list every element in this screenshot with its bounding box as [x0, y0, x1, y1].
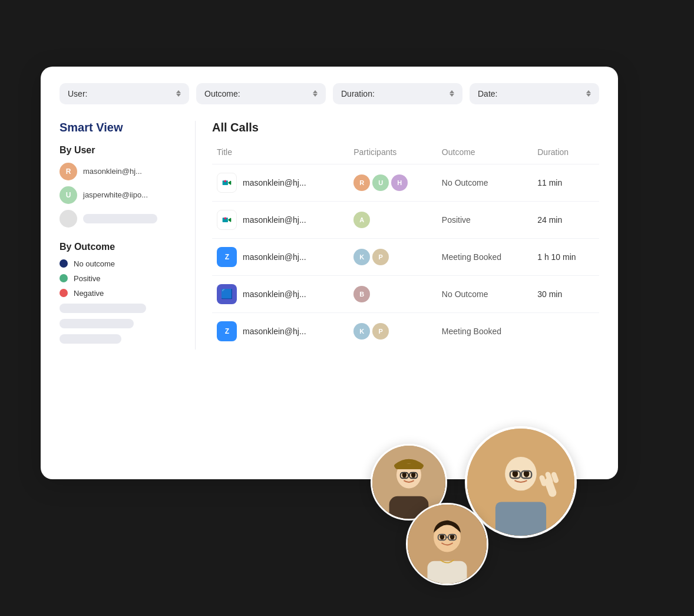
arrow-up-icon [586, 90, 591, 93]
meet-icon [217, 173, 237, 193]
outcome-text: Meeting Booked [442, 252, 501, 262]
date-filter-label: Date: [478, 89, 497, 98]
no-outcome-dot [60, 259, 68, 268]
duration-filter-arrows [450, 90, 454, 97]
list-item [60, 210, 183, 228]
participant-avatar: R [353, 174, 370, 191]
zoom-icon-text: Z [225, 327, 229, 335]
outcome-text: No Outcome [442, 178, 488, 187]
col-title: Title [212, 144, 349, 164]
svg-point-3 [224, 217, 226, 219]
duration-text: 1 h 10 min [537, 252, 576, 262]
user-filter[interactable]: User: [60, 83, 189, 104]
call-title-cell: Z masonklein@hj... [217, 321, 344, 341]
avatar: U [60, 186, 77, 204]
svg-rect-15 [495, 502, 546, 538]
zoom-icon: Z [217, 247, 237, 267]
ghost-item-2 [60, 319, 134, 328]
ghost-text [83, 214, 157, 223]
meet-icon [217, 210, 237, 230]
outcome-filter-arrows [313, 90, 318, 97]
table-row[interactable]: masonklein@hj... A Positive 24 min [212, 201, 599, 238]
avatar-ghost [60, 210, 77, 228]
zoom-icon: Z [217, 321, 237, 341]
calls-table: Title Participants Outcome Duration [212, 144, 599, 350]
by-outcome-section: By Outcome No outcome Positive Negative [60, 242, 183, 344]
zoom-icon-text: Z [225, 253, 229, 261]
person-photo-2 [467, 429, 574, 536]
arrow-up-icon [450, 90, 454, 93]
teams-icon-text: 🟦 [221, 288, 233, 299]
duration-filter[interactable]: Duration: [333, 83, 462, 104]
table-row[interactable]: 🟦 masonklein@hj... B No Outcome 30 min [212, 275, 599, 312]
call-title-text: masonklein@hj... [243, 178, 306, 187]
outcome-filter[interactable]: Outcome: [196, 83, 326, 104]
participants-cell: K P [353, 249, 432, 265]
call-title-cell: masonklein@hj... [217, 210, 344, 230]
svg-rect-27 [428, 561, 467, 585]
participant-avatar: K [353, 249, 370, 265]
participant-avatar: P [372, 323, 389, 340]
ghost-item-3 [60, 334, 121, 344]
sidebar-divider [195, 121, 196, 350]
outcome-item-negative[interactable]: Negative [60, 289, 183, 298]
outcome-text: Meeting Booked [442, 327, 501, 336]
arrow-down-icon [313, 94, 318, 97]
calls-title: All Calls [212, 121, 599, 134]
col-duration: Duration [533, 144, 599, 164]
ghost-item-1 [60, 304, 146, 313]
call-title-text: masonklein@hj... [243, 327, 306, 336]
outcome-item-no-outcome[interactable]: No outcome [60, 259, 183, 268]
call-title-text: masonklein@hj... [243, 252, 306, 262]
teams-icon: 🟦 [217, 284, 237, 304]
user-email: masonklein@hj... [83, 167, 142, 176]
participant-avatar: U [372, 174, 389, 191]
participants-cell: K P [353, 323, 432, 340]
arrow-down-icon [450, 94, 454, 97]
participant-avatar: A [353, 212, 370, 228]
participants-cell: A [353, 212, 432, 228]
calls-section: All Calls Title Participants Outcome Dur… [212, 121, 599, 350]
user-filter-label: User: [68, 89, 87, 98]
list-item[interactable]: R masonklein@hj... [60, 163, 183, 180]
positive-label: Positive [74, 274, 101, 283]
duration-text: 30 min [537, 289, 562, 299]
arrow-up-icon [176, 90, 181, 93]
col-participants: Participants [349, 144, 437, 164]
filters-row: User: Outcome: Duration: Date: [60, 83, 599, 104]
main-card: User: Outcome: Duration: Date: [41, 67, 618, 479]
no-outcome-label: No outcome [74, 259, 115, 268]
person-photo-3 [408, 505, 487, 584]
participant-avatar: P [372, 249, 389, 265]
date-filter-arrows [586, 90, 591, 97]
participant-avatar: H [391, 174, 408, 191]
outcome-filter-label: Outcome: [204, 89, 240, 98]
svg-point-1 [224, 180, 226, 182]
date-filter[interactable]: Date: [470, 83, 599, 104]
call-title-cell: 🟦 masonklein@hj... [217, 284, 344, 304]
participant-avatar: K [353, 323, 370, 340]
avatar: R [60, 163, 77, 180]
arrow-down-icon [176, 94, 181, 97]
col-outcome: Outcome [437, 144, 533, 164]
video-circle-person-3 [406, 503, 488, 585]
participant-avatar: B [353, 286, 370, 302]
smart-view-sidebar: Smart View By User R masonklein@hj... U … [60, 121, 195, 350]
outcome-item-positive[interactable]: Positive [60, 274, 183, 283]
list-item[interactable]: U jasperwhite@iipo... [60, 186, 183, 204]
outcome-text: No Outcome [442, 289, 488, 299]
table-row[interactable]: Z masonklein@hj... K P Meeting Booked [212, 312, 599, 350]
table-row[interactable]: Z masonklein@hj... K P Meeting Booked [212, 238, 599, 275]
negative-label: Negative [74, 289, 104, 298]
call-title-text: masonklein@hj... [243, 289, 306, 299]
content-area: Smart View By User R masonklein@hj... U … [60, 121, 599, 350]
duration-filter-label: Duration: [341, 89, 375, 98]
table-row[interactable]: masonklein@hj... R U H No Outcome 11 min [212, 164, 599, 201]
positive-dot [60, 274, 68, 282]
user-filter-arrows [176, 90, 181, 97]
user-email: jasperwhite@iipo... [83, 190, 148, 199]
outcome-text: Positive [442, 215, 471, 225]
by-user-label: By User [60, 145, 183, 156]
user-list: R masonklein@hj... U jasperwhite@iipo... [60, 163, 183, 228]
arrow-down-icon [586, 94, 591, 97]
